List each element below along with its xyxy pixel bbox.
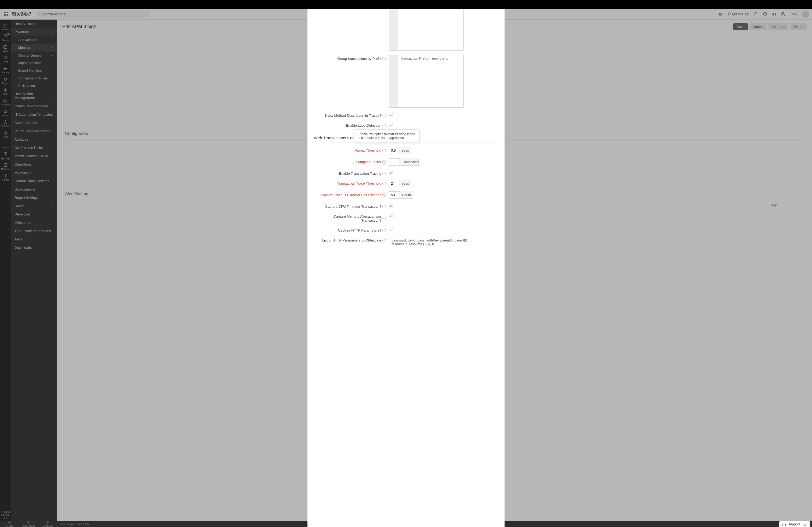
checkbox-capture-mem[interactable] (389, 213, 393, 216)
label-sampling: Sampling Factor i (314, 158, 389, 164)
unit-tx-trace-thresh: secs (400, 180, 411, 187)
group-prefix-editor[interactable]: 1 Transaction Prefix = new prefix (389, 55, 464, 108)
checkbox-enable-tx-trace[interactable] (389, 170, 393, 174)
info-icon[interactable]: i (382, 193, 386, 197)
info-icon[interactable]: i (382, 217, 386, 220)
info-icon[interactable]: i (382, 149, 386, 152)
input-obfuscate[interactable] (389, 237, 474, 249)
unit-capture-ext: Count (400, 192, 413, 199)
label-enable-tx-trace: Enable Transaction Tracing i (314, 170, 389, 176)
unit-sampling: Transaction (400, 159, 419, 166)
info-icon[interactable]: i (382, 229, 386, 232)
info-icon[interactable]: i (382, 239, 386, 242)
checkbox-show-method-desc[interactable] (389, 112, 393, 116)
unit-apdex: secs (400, 147, 411, 154)
label-tx-trace-thresh: Transaction Trace Threshold i (314, 180, 389, 185)
label-capture-http: Capture HTTP Parameters? i (314, 227, 389, 232)
input-tx-trace-thresh[interactable] (389, 180, 400, 187)
checkbox-enable-loop[interactable] (389, 122, 393, 125)
info-icon[interactable]: i (382, 182, 386, 185)
label-capture-mem: Capture Memory Allocation per Transactio… (314, 213, 389, 223)
config-modal: Group transactions by Prefix i 1 Transac… (307, 9, 505, 527)
checkbox-capture-cpu[interactable] (389, 203, 393, 207)
label-apdex: Apdex Threshold i (314, 147, 389, 152)
support-tab[interactable]: Support (779, 521, 810, 527)
info-icon[interactable]: i (382, 124, 386, 127)
label-capture-ext: Capture Trace, if External Call Exceeds … (314, 191, 389, 197)
info-icon[interactable]: i (382, 160, 386, 164)
info-icon[interactable]: i (382, 57, 386, 60)
label-obfuscate: List of HTTP Parameters to Obfuscate i (314, 237, 389, 242)
prev-code-area[interactable] (389, 9, 464, 51)
label-enable-loop: Enable Loop Detection i (314, 122, 389, 127)
input-capture-ext[interactable] (389, 191, 400, 199)
tooltip-enable-loop: Enable this option to start tracking loo… (354, 129, 420, 143)
info-icon[interactable]: i (382, 114, 386, 117)
input-apdex[interactable] (389, 147, 400, 154)
label-group-prefix: Group transactions by Prefix i (314, 55, 389, 61)
input-sampling[interactable] (389, 158, 400, 166)
info-icon[interactable]: i (382, 172, 386, 175)
label-show-method-desc: Show Method Description in Traces? i (314, 112, 389, 118)
checkbox-capture-http[interactable] (389, 227, 393, 230)
label-capture-cpu: Capture CPU Time per Transaction? i (314, 203, 389, 209)
info-icon[interactable]: i (382, 205, 386, 208)
modal-overlay: Group transactions by Prefix i 1 Transac… (0, 9, 812, 527)
